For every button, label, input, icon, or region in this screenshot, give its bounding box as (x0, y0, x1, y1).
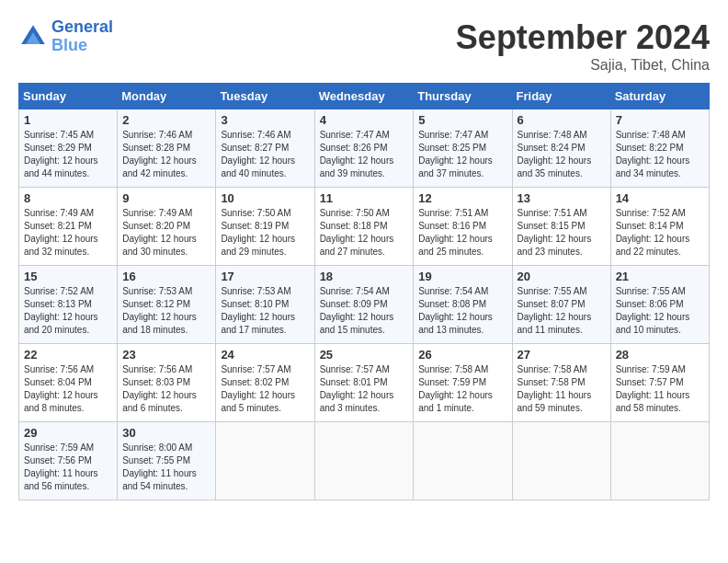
calendar-cell: 8Sunrise: 7:49 AM Sunset: 8:21 PM Daylig… (19, 188, 118, 266)
day-number: 24 (221, 348, 309, 362)
day-info: Sunrise: 7:52 AM Sunset: 8:13 PM Dayligh… (24, 285, 112, 337)
calendar-cell: 3Sunrise: 7:46 AM Sunset: 8:27 PM Daylig… (216, 109, 314, 188)
day-info: Sunrise: 7:49 AM Sunset: 8:21 PM Dayligh… (24, 207, 112, 259)
day-number: 29 (24, 426, 112, 440)
day-number: 11 (320, 191, 409, 205)
day-info: Sunrise: 7:52 AM Sunset: 8:14 PM Dayligh… (616, 207, 704, 259)
day-number: 18 (320, 270, 409, 283)
calendar-cell (314, 422, 414, 500)
day-number: 21 (616, 270, 704, 283)
day-number: 5 (418, 113, 506, 127)
logo: General Blue (18, 18, 113, 55)
calendar-cell: 29Sunrise: 7:59 AM Sunset: 7:56 PM Dayli… (19, 422, 118, 500)
day-info: Sunrise: 8:00 AM Sunset: 7:55 PM Dayligh… (122, 442, 210, 493)
calendar-cell: 1Sunrise: 7:45 AM Sunset: 8:29 PM Daylig… (19, 109, 118, 188)
day-header-thursday: Thursday (414, 84, 512, 109)
day-number: 26 (418, 348, 506, 362)
calendar-cell: 16Sunrise: 7:53 AM Sunset: 8:12 PM Dayli… (118, 266, 216, 344)
day-info: Sunrise: 7:56 AM Sunset: 8:03 PM Dayligh… (122, 363, 210, 415)
day-header-saturday: Saturday (610, 84, 709, 109)
day-info: Sunrise: 7:58 AM Sunset: 7:59 PM Dayligh… (418, 363, 506, 415)
day-header-friday: Friday (512, 84, 610, 109)
calendar-cell: 30Sunrise: 8:00 AM Sunset: 7:55 PM Dayli… (118, 422, 216, 500)
calendar-cell (216, 422, 314, 500)
day-header-monday: Monday (118, 84, 216, 109)
day-info: Sunrise: 7:55 AM Sunset: 8:07 PM Dayligh… (518, 285, 606, 337)
calendar-cell: 12Sunrise: 7:51 AM Sunset: 8:16 PM Dayli… (414, 188, 512, 266)
day-number: 6 (518, 113, 606, 127)
month-title: September 2024 (456, 18, 710, 57)
calendar-cell: 26Sunrise: 7:58 AM Sunset: 7:59 PM Dayli… (414, 344, 512, 422)
day-number: 30 (122, 426, 210, 440)
calendar-cell (414, 422, 512, 500)
day-number: 28 (616, 348, 704, 362)
calendar-cell: 2Sunrise: 7:46 AM Sunset: 8:28 PM Daylig… (118, 109, 216, 188)
calendar-cell: 23Sunrise: 7:56 AM Sunset: 8:03 PM Dayli… (118, 344, 216, 422)
day-number: 25 (320, 348, 409, 362)
day-info: Sunrise: 7:55 AM Sunset: 8:06 PM Dayligh… (616, 285, 704, 337)
day-number: 17 (221, 270, 309, 283)
week-row-2: 8Sunrise: 7:49 AM Sunset: 8:21 PM Daylig… (19, 188, 710, 266)
day-info: Sunrise: 7:47 AM Sunset: 8:26 PM Dayligh… (320, 129, 409, 180)
calendar-cell: 10Sunrise: 7:50 AM Sunset: 8:19 PM Dayli… (216, 188, 314, 266)
day-info: Sunrise: 7:45 AM Sunset: 8:29 PM Dayligh… (24, 129, 112, 180)
day-info: Sunrise: 7:59 AM Sunset: 7:57 PM Dayligh… (616, 363, 704, 415)
calendar-cell: 11Sunrise: 7:50 AM Sunset: 8:18 PM Dayli… (314, 188, 414, 266)
location: Sajia, Tibet, China (456, 57, 710, 74)
day-info: Sunrise: 7:59 AM Sunset: 7:56 PM Dayligh… (24, 442, 112, 493)
calendar-cell: 6Sunrise: 7:48 AM Sunset: 8:24 PM Daylig… (512, 109, 610, 188)
week-row-1: 1Sunrise: 7:45 AM Sunset: 8:29 PM Daylig… (19, 109, 710, 188)
day-number: 13 (518, 191, 606, 205)
calendar-cell: 17Sunrise: 7:53 AM Sunset: 8:10 PM Dayli… (216, 266, 314, 344)
day-number: 20 (518, 270, 606, 283)
calendar-cell: 7Sunrise: 7:48 AM Sunset: 8:22 PM Daylig… (610, 109, 709, 188)
day-info: Sunrise: 7:49 AM Sunset: 8:20 PM Dayligh… (122, 207, 210, 259)
day-number: 8 (24, 191, 112, 205)
calendar-cell: 14Sunrise: 7:52 AM Sunset: 8:14 PM Dayli… (610, 188, 709, 266)
day-number: 27 (518, 348, 606, 362)
day-number: 14 (616, 191, 704, 205)
day-number: 23 (122, 348, 210, 362)
calendar-table: SundayMondayTuesdayWednesdayThursdayFrid… (18, 83, 710, 500)
day-info: Sunrise: 7:56 AM Sunset: 8:04 PM Dayligh… (24, 363, 112, 415)
calendar-cell: 24Sunrise: 7:57 AM Sunset: 8:02 PM Dayli… (216, 344, 314, 422)
day-number: 1 (24, 113, 112, 127)
week-row-3: 15Sunrise: 7:52 AM Sunset: 8:13 PM Dayli… (19, 266, 710, 344)
calendar-cell: 27Sunrise: 7:58 AM Sunset: 7:58 PM Dayli… (512, 344, 610, 422)
week-row-4: 22Sunrise: 7:56 AM Sunset: 8:04 PM Dayli… (19, 344, 710, 422)
calendar-cell: 22Sunrise: 7:56 AM Sunset: 8:04 PM Dayli… (19, 344, 118, 422)
calendar-cell: 9Sunrise: 7:49 AM Sunset: 8:20 PM Daylig… (118, 188, 216, 266)
calendar-cell: 18Sunrise: 7:54 AM Sunset: 8:09 PM Dayli… (314, 266, 414, 344)
day-info: Sunrise: 7:51 AM Sunset: 8:15 PM Dayligh… (518, 207, 606, 259)
day-info: Sunrise: 7:58 AM Sunset: 7:58 PM Dayligh… (518, 363, 606, 415)
calendar-cell (610, 422, 709, 500)
day-info: Sunrise: 7:54 AM Sunset: 8:09 PM Dayligh… (320, 285, 409, 337)
day-number: 22 (24, 348, 112, 362)
day-number: 9 (122, 191, 210, 205)
calendar-cell: 28Sunrise: 7:59 AM Sunset: 7:57 PM Dayli… (610, 344, 709, 422)
day-info: Sunrise: 7:54 AM Sunset: 8:08 PM Dayligh… (418, 285, 506, 337)
calendar-cell (512, 422, 610, 500)
logo-icon (18, 22, 48, 52)
day-number: 7 (616, 113, 704, 127)
calendar-cell: 19Sunrise: 7:54 AM Sunset: 8:08 PM Dayli… (414, 266, 512, 344)
logo-text: General Blue (51, 18, 113, 55)
day-header-tuesday: Tuesday (216, 84, 314, 109)
day-info: Sunrise: 7:50 AM Sunset: 8:19 PM Dayligh… (221, 207, 309, 259)
day-info: Sunrise: 7:57 AM Sunset: 8:02 PM Dayligh… (221, 363, 309, 415)
day-number: 16 (122, 270, 210, 283)
day-info: Sunrise: 7:48 AM Sunset: 8:22 PM Dayligh… (616, 129, 704, 180)
title-area: September 2024 Sajia, Tibet, China (456, 18, 710, 74)
day-info: Sunrise: 7:48 AM Sunset: 8:24 PM Dayligh… (518, 129, 606, 180)
day-info: Sunrise: 7:53 AM Sunset: 8:10 PM Dayligh… (221, 285, 309, 337)
calendar-cell: 5Sunrise: 7:47 AM Sunset: 8:25 PM Daylig… (414, 109, 512, 188)
day-headers-row: SundayMondayTuesdayWednesdayThursdayFrid… (19, 84, 710, 109)
calendar-cell: 25Sunrise: 7:57 AM Sunset: 8:01 PM Dayli… (314, 344, 414, 422)
day-number: 10 (221, 191, 309, 205)
week-row-5: 29Sunrise: 7:59 AM Sunset: 7:56 PM Dayli… (19, 422, 710, 500)
day-info: Sunrise: 7:53 AM Sunset: 8:12 PM Dayligh… (122, 285, 210, 337)
day-number: 4 (320, 113, 409, 127)
day-number: 3 (221, 113, 309, 127)
calendar-cell: 20Sunrise: 7:55 AM Sunset: 8:07 PM Dayli… (512, 266, 610, 344)
calendar-cell: 21Sunrise: 7:55 AM Sunset: 8:06 PM Dayli… (610, 266, 709, 344)
